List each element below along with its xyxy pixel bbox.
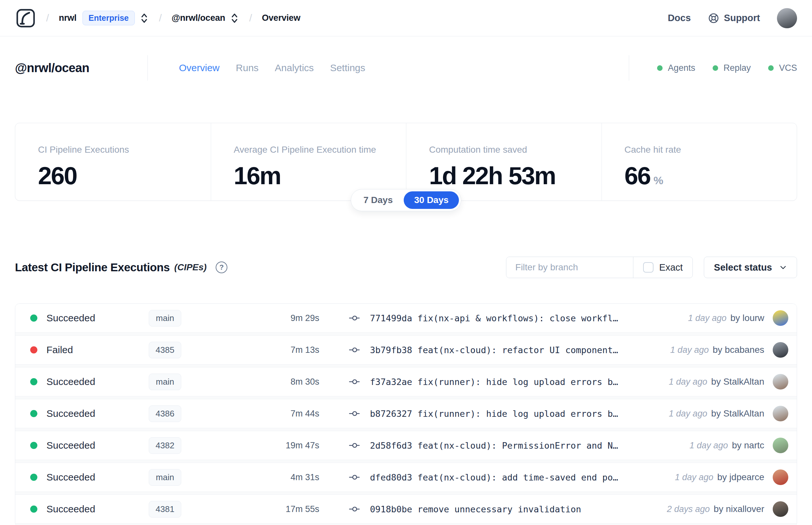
- workspace-header: @nrwl/ocean OverviewRunsAnalyticsSetting…: [0, 55, 812, 80]
- stats-panel: CI Pipeline Executions 260 Average CI Pi…: [15, 123, 797, 201]
- exact-filter-toggle[interactable]: Exact: [633, 257, 693, 278]
- nx-cloud-logo-icon[interactable]: [15, 7, 36, 29]
- status-dot-icon: [30, 346, 37, 354]
- cipe-commit-cell[interactable]: b8726327 fix(runner): hide log upload er…: [349, 409, 669, 419]
- cipe-section-title: Latest CI Pipeline Executions: [15, 261, 170, 274]
- cipe-row[interactable]: Failed 4385 7m 13s 3b79fb38 feat(nx-clou…: [15, 335, 797, 364]
- cipe-row[interactable]: Succeeded main 8m 30s f37a32ae fix(runne…: [15, 368, 797, 396]
- cipe-commit-cell[interactable]: 771499da fix(nx-api & workflows): close …: [349, 313, 688, 323]
- cipe-time-ago: 1 day ago: [669, 377, 707, 387]
- service-status-dot-icon: [657, 65, 663, 71]
- stat-value: 260: [38, 162, 198, 190]
- cipe-duration: 7m 13s: [241, 345, 319, 355]
- stat-label: Cache hit rate: [625, 145, 784, 155]
- commit-message: remove unnecessary invalidation: [417, 504, 581, 514]
- author-avatar[interactable]: [773, 406, 788, 421]
- status-dot-icon: [30, 314, 37, 321]
- cipe-branch-cell: 4385: [149, 342, 241, 358]
- support-label: Support: [724, 13, 760, 24]
- status-label: Succeeded: [46, 408, 95, 419]
- service-agents[interactable]: Agents: [657, 63, 695, 73]
- author-avatar[interactable]: [773, 310, 788, 326]
- workspace-switcher-chevrons-icon[interactable]: [230, 12, 240, 24]
- cipe-row[interactable]: Succeeded 4381 17m 55s 0918b0be remove u…: [15, 495, 797, 523]
- tab-settings[interactable]: Settings: [330, 62, 365, 73]
- cipe-commit-cell[interactable]: 0918b0be remove unnecessary invalidation: [349, 504, 667, 514]
- branch-pill[interactable]: main: [149, 310, 181, 327]
- period-option-30-days[interactable]: 30 Days: [404, 191, 459, 209]
- service-replay[interactable]: Replay: [713, 63, 751, 73]
- cipe-status-cell: Succeeded: [30, 376, 149, 387]
- workspace-tabs: OverviewRunsAnalyticsSettings: [179, 62, 365, 73]
- breadcrumb-org[interactable]: nrwl: [59, 13, 77, 23]
- branch-pill[interactable]: 4385: [149, 342, 181, 358]
- docs-link[interactable]: Docs: [668, 13, 691, 24]
- stat-value: 1d 22h 53m: [429, 162, 588, 190]
- commit-text: dfed80d3 feat(nx-cloud): add time-saved …: [370, 472, 618, 482]
- period-option-7-days[interactable]: 7 Days: [353, 191, 403, 209]
- cipe-row[interactable]: Succeeded 4382 19m 47s 2d58f6d3 feat(nx-…: [15, 431, 797, 460]
- cipe-row[interactable]: Succeeded 4386 7m 44s b8726327 fix(runne…: [15, 399, 797, 428]
- cipe-meta-cell: 1 day ago by lourw: [688, 310, 788, 326]
- commit-text: 3b79fb38 feat(nx-cloud): refactor UI com…: [370, 345, 618, 355]
- row-divider: [15, 396, 797, 399]
- docs-label: Docs: [668, 13, 691, 24]
- status-select-dropdown[interactable]: Select status: [704, 257, 797, 278]
- cipe-commit-cell[interactable]: f37a32ae fix(runner): hide log upload er…: [349, 377, 669, 387]
- cipe-duration: 4m 31s: [241, 472, 319, 482]
- cipe-commit-cell[interactable]: dfed80d3 feat(nx-cloud): add time-saved …: [349, 472, 675, 482]
- service-vcs[interactable]: VCS: [768, 63, 797, 73]
- author-avatar[interactable]: [773, 374, 788, 390]
- author-avatar[interactable]: [773, 469, 788, 485]
- cipe-status-cell: Succeeded: [30, 313, 149, 324]
- stat-card-cache-hit-rate: Cache hit rate 66%: [601, 123, 797, 200]
- branch-pill[interactable]: 4381: [149, 501, 181, 518]
- author-avatar[interactable]: [773, 438, 788, 453]
- stat-label: Computation time saved: [429, 145, 588, 155]
- commit-message: fix(runner): hide log upload errors b…: [417, 409, 618, 419]
- cipe-author: by nartc: [732, 440, 764, 451]
- branch-pill[interactable]: main: [149, 374, 181, 390]
- branch-filter-input[interactable]: [506, 257, 633, 278]
- commit-message: feat(nx-cloud): PermissionError and N…: [417, 440, 618, 451]
- branch-pill[interactable]: 4382: [149, 437, 181, 454]
- git-commit-icon: [349, 473, 362, 481]
- tab-analytics[interactable]: Analytics: [275, 62, 314, 73]
- tab-runs[interactable]: Runs: [236, 62, 259, 73]
- user-avatar[interactable]: [777, 8, 797, 28]
- exact-checkbox[interactable]: [643, 262, 654, 273]
- cipe-section-header: Latest CI Pipeline Executions (CIPEs) ? …: [15, 257, 797, 278]
- service-label: Agents: [668, 63, 695, 73]
- git-commit-icon: [349, 346, 362, 354]
- author-avatar[interactable]: [773, 501, 788, 517]
- cipe-row[interactable]: Succeeded main 9m 29s 771499da fix(nx-ap…: [15, 304, 797, 332]
- row-divider: [15, 492, 797, 495]
- service-label: Replay: [723, 63, 751, 73]
- cipe-status-cell: Succeeded: [30, 440, 149, 451]
- support-link[interactable]: Support: [708, 12, 760, 24]
- commit-message: feat(nx-cloud): add time-saved end po…: [417, 472, 618, 482]
- cipe-branch-cell: 4381: [149, 501, 241, 518]
- breadcrumb-workspace[interactable]: @nrwl/ocean: [171, 13, 225, 23]
- tab-overview[interactable]: Overview: [179, 62, 219, 73]
- cipe-title-suffix: (CIPEs): [174, 262, 207, 273]
- cipe-status-cell: Succeeded: [30, 472, 149, 483]
- cipe-commit-cell[interactable]: 2d58f6d3 feat(nx-cloud): PermissionError…: [349, 440, 690, 451]
- cipe-commit-cell[interactable]: 3b79fb38 feat(nx-cloud): refactor UI com…: [349, 345, 670, 355]
- cipe-status-cell: Succeeded: [30, 408, 149, 419]
- service-status-dot-icon: [768, 65, 774, 71]
- branch-pill[interactable]: 4386: [149, 405, 181, 422]
- service-label: VCS: [779, 63, 797, 73]
- org-switcher-chevrons-icon[interactable]: [139, 12, 149, 24]
- cipe-duration: 7m 44s: [241, 409, 319, 419]
- branch-filter-group: Exact: [506, 257, 693, 278]
- help-icon[interactable]: ?: [216, 261, 227, 273]
- author-avatar[interactable]: [773, 342, 788, 358]
- cipe-row[interactable]: Succeeded main 4m 31s dfed80d3 feat(nx-c…: [15, 463, 797, 492]
- branch-pill[interactable]: main: [149, 469, 181, 486]
- status-dot-icon: [30, 442, 37, 449]
- git-commit-icon: [349, 377, 362, 386]
- row-divider: [15, 523, 797, 525]
- cipe-meta-cell: 2 days ago by nixallover: [667, 501, 788, 517]
- commit-hash: 0918b0be: [370, 504, 412, 514]
